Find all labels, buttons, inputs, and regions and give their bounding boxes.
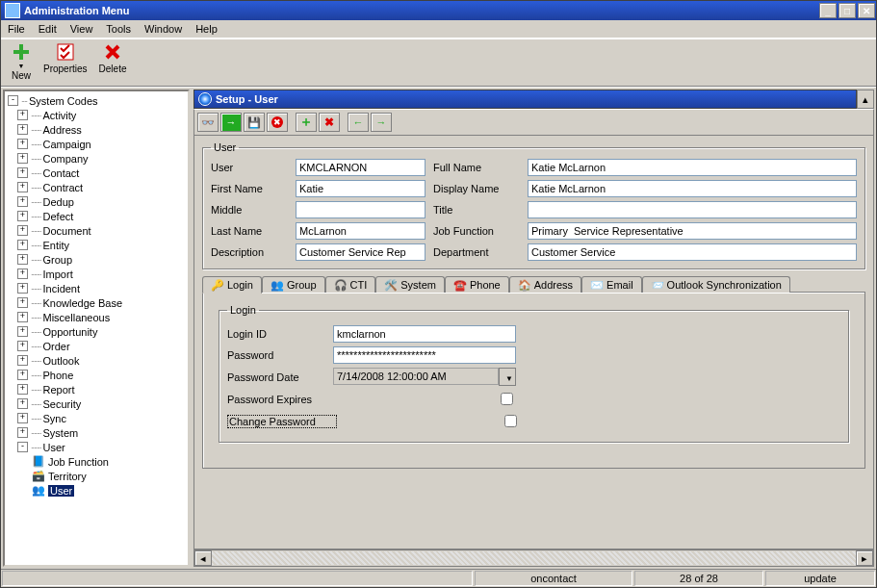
scroll-up-button[interactable]: ▴ (857, 89, 874, 109)
expand-icon[interactable]: + (17, 110, 28, 120)
tree-item[interactable]: Entity (43, 240, 70, 251)
maximize-button[interactable]: □ (838, 3, 856, 18)
expand-icon[interactable]: + (17, 370, 28, 380)
horizontal-scrollbar[interactable]: ◂ ▸ (193, 550, 874, 567)
expand-icon[interactable]: + (17, 341, 28, 351)
expand-icon[interactable]: + (17, 427, 28, 438)
expand-icon[interactable]: + (17, 225, 28, 236)
pwdate-field[interactable] (333, 368, 499, 385)
tab-login[interactable]: 🔑Login (202, 276, 262, 294)
expand-icon[interactable]: + (17, 182, 28, 192)
displayname-field[interactable] (528, 180, 857, 197)
tree-item[interactable]: Security (43, 398, 82, 410)
minimize-button[interactable]: _ (819, 3, 837, 18)
tree-item-selected[interactable]: User (48, 485, 74, 497)
prev-button[interactable]: ← (348, 113, 369, 132)
menu-edit[interactable]: Edit (32, 23, 64, 35)
tree-item[interactable]: Group (43, 254, 73, 266)
tree-item[interactable]: Territory (48, 471, 87, 482)
scroll-track[interactable] (212, 551, 856, 565)
lastname-field[interactable] (296, 222, 426, 240)
pwdate-dropdown-button[interactable]: ▼ (499, 368, 516, 386)
title-field[interactable] (528, 201, 857, 218)
expand-icon[interactable]: + (17, 398, 28, 409)
navigation-tree[interactable]: -····System Codes +·······Activity +····… (3, 89, 190, 567)
tab-group[interactable]: 👥Group (262, 276, 325, 293)
middle-field[interactable] (296, 201, 426, 218)
expand-icon[interactable]: + (17, 312, 28, 322)
expand-icon[interactable]: + (17, 326, 28, 337)
tree-item[interactable]: Dedup (43, 196, 74, 208)
tree-item[interactable]: Sync (43, 413, 66, 424)
expand-icon[interactable]: + (17, 268, 28, 279)
new-button[interactable]: ▼ New (11, 41, 32, 81)
firstname-field[interactable] (296, 180, 426, 197)
tree-item[interactable]: Outlook (43, 355, 80, 367)
loginid-field[interactable] (333, 325, 516, 343)
expand-icon[interactable]: + (17, 196, 28, 207)
scroll-left-button[interactable]: ◂ (194, 550, 212, 566)
close-button[interactable]: ✕ (858, 3, 875, 18)
go-button[interactable]: → (220, 113, 242, 132)
department-field[interactable] (528, 243, 857, 261)
remove-button[interactable]: ✖ (319, 113, 340, 132)
expand-icon[interactable]: + (17, 153, 28, 164)
expand-icon[interactable]: + (17, 413, 28, 423)
tree-item[interactable]: Opportunity (43, 326, 98, 338)
tree-item[interactable]: Import (43, 268, 73, 280)
tree-item[interactable]: Campaign (43, 139, 91, 150)
pwexpires-checkbox[interactable] (501, 393, 513, 405)
tree-item[interactable]: Contact (43, 167, 80, 179)
changepw-checkbox[interactable] (504, 415, 517, 427)
collapse-icon[interactable]: - (17, 442, 28, 452)
menu-help[interactable]: Help (189, 23, 224, 35)
glasses-button[interactable]: 👓 (197, 113, 219, 132)
jobfunction-field[interactable] (528, 222, 857, 240)
scroll-right-button[interactable]: ▸ (856, 550, 873, 566)
save-button[interactable]: 💾 (244, 113, 265, 132)
expand-icon[interactable]: + (17, 211, 28, 221)
expand-icon[interactable]: + (17, 167, 28, 178)
fullname-field[interactable] (528, 159, 857, 176)
tree-item[interactable]: Phone (43, 370, 74, 381)
add-button[interactable]: ＋ (296, 113, 317, 132)
collapse-icon[interactable]: - (8, 95, 18, 106)
menu-view[interactable]: View (64, 23, 100, 35)
expand-icon[interactable]: + (17, 355, 28, 366)
expand-icon[interactable]: + (17, 254, 28, 265)
tree-item[interactable]: Defect (43, 211, 74, 222)
description-field[interactable] (296, 243, 426, 261)
tree-item[interactable]: Document (43, 225, 91, 237)
cancel-button[interactable]: ✖ (267, 113, 288, 132)
tree-item[interactable]: Address (43, 124, 82, 136)
tree-item[interactable]: Knowledge Base (43, 297, 123, 309)
tab-email[interactable]: ✉️Email (581, 276, 642, 293)
expand-icon[interactable]: + (17, 139, 28, 149)
expand-icon[interactable]: + (17, 240, 28, 250)
tab-system[interactable]: 🛠️System (375, 276, 445, 293)
tab-cti[interactable]: 🎧CTI (325, 276, 376, 293)
tree-item[interactable]: Job Function (48, 456, 109, 468)
tree-item[interactable]: Incident (43, 283, 81, 294)
tab-phone[interactable]: ☎️Phone (445, 276, 509, 293)
user-field[interactable] (296, 159, 426, 176)
menu-file[interactable]: File (1, 23, 32, 35)
expand-icon[interactable]: + (17, 283, 28, 294)
tree-item-user[interactable]: User (43, 442, 65, 453)
tree-item[interactable]: Activity (43, 110, 77, 121)
tree-item[interactable]: Miscellaneous (43, 312, 111, 323)
next-button[interactable]: → (371, 113, 392, 132)
password-field[interactable] (333, 346, 516, 364)
menu-window[interactable]: Window (138, 23, 189, 35)
tree-item[interactable]: Order (43, 341, 70, 352)
menu-tools[interactable]: Tools (99, 23, 138, 35)
properties-button[interactable]: Properties (43, 41, 88, 74)
tree-item[interactable]: Report (43, 384, 75, 396)
expand-icon[interactable]: + (17, 384, 28, 395)
tab-address[interactable]: 🏠Address (509, 276, 581, 293)
tree-item[interactable]: Company (43, 153, 89, 165)
tab-outlook[interactable]: 📨Outlook Synchronization (642, 276, 790, 293)
expand-icon[interactable]: + (17, 297, 28, 308)
expand-icon[interactable]: + (17, 124, 28, 135)
delete-button[interactable]: Delete (99, 41, 127, 74)
